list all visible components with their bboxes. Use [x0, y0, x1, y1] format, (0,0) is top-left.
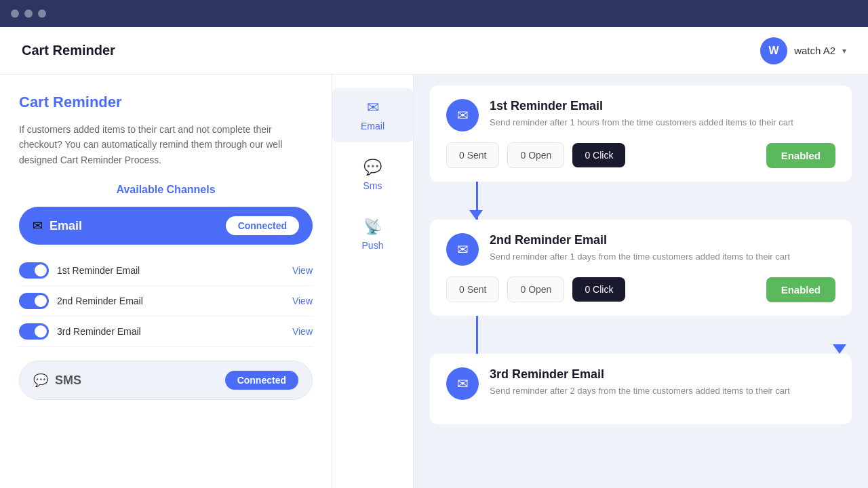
reminder-2-view[interactable]: View: [292, 296, 313, 306]
reminder-card-1-stats: 0 Sent 0 Open 0 Click Enabled: [446, 142, 835, 168]
email-connected-badge: Connected: [226, 216, 299, 235]
reminder-card-2-status[interactable]: Enabled: [766, 277, 835, 302]
titlebar-dot-3: [38, 9, 46, 18]
avatar: W: [760, 37, 787, 64]
reminder-3-view[interactable]: View: [292, 326, 313, 337]
reminder-card-1-sent: 0 Sent: [446, 142, 499, 168]
channel-nav-email[interactable]: ✉ Email: [332, 88, 413, 142]
email-channel-left: ✉ Email: [33, 218, 82, 233]
sms-channel-left: 💬 SMS: [33, 373, 81, 388]
reminder-item-3: 3rd Reminder Email View: [19, 317, 313, 347]
app-title: Cart Reminder: [22, 43, 115, 58]
reminder-card-3-icon: ✉: [446, 367, 479, 400]
reminder-2-toggle[interactable]: [19, 293, 49, 309]
reminder-card-1-click: 0 Click: [572, 143, 625, 167]
connector-2-line: [476, 316, 478, 354]
connector-2: [430, 316, 852, 354]
reminder-card-1: ✉ 1st Reminder Email Send reminder after…: [430, 85, 852, 182]
sms-channel-name: SMS: [55, 373, 81, 388]
left-panel-description: If customers added items to their cart a…: [19, 122, 313, 167]
chevron-down-icon: ▾: [842, 46, 846, 56]
reminder-1-toggle[interactable]: [19, 262, 49, 279]
reminder-item-2: 2nd Reminder Email View: [19, 286, 313, 317]
push-nav-icon: 📡: [363, 218, 382, 236]
titlebar: [0, 0, 868, 27]
reminder-card-3-desc: Send reminder after 2 days from the time…: [490, 384, 790, 398]
reminder-2-label: 2nd Reminder Email: [57, 296, 143, 306]
reminder-card-1-status[interactable]: Enabled: [766, 143, 835, 168]
reminder-1-view[interactable]: View: [292, 265, 313, 276]
sms-channel-card[interactable]: 💬 SMS Connected: [19, 361, 313, 400]
sms-nav-icon: 💬: [363, 159, 382, 176]
reminder-card-1-desc: Send reminder after 1 hours from the tim…: [490, 116, 793, 129]
reminder-item-1: 1st Reminder Email View: [19, 256, 313, 286]
reminder-card-2-desc: Send reminder after 1 days from the time…: [490, 250, 790, 264]
sms-connected-badge: Connected: [225, 371, 298, 390]
reminder-card-3: ✉ 3rd Reminder Email Send reminder after…: [430, 354, 852, 424]
email-nav-label: Email: [361, 121, 384, 131]
reminder-card-1-icon: ✉: [446, 99, 479, 131]
main-content: Cart Reminder If customers added items t…: [0, 75, 868, 488]
sms-channel-icon: 💬: [33, 373, 48, 388]
reminder-card-3-title: 3rd Reminder Email: [490, 367, 790, 382]
reminder-card-1-title: 1st Reminder Email: [490, 99, 793, 113]
reminder-card-2-click: 0 Click: [572, 277, 625, 302]
top-bar: Cart Reminder W watch A2 ▾: [0, 27, 868, 75]
available-channels-label: Available Channels: [19, 184, 313, 196]
push-nav-label: Push: [362, 240, 384, 251]
reminder-card-2-icon: ✉: [446, 233, 479, 266]
connector-1: [430, 182, 852, 220]
reminder-1-label: 1st Reminder Email: [57, 265, 140, 276]
user-menu[interactable]: W watch A2 ▾: [760, 37, 846, 64]
channel-nav-push[interactable]: 📡 Push: [332, 207, 413, 262]
email-channel-card[interactable]: ✉ Email Connected: [19, 207, 313, 245]
email-channel-icon: ✉: [33, 218, 43, 233]
app-container: Cart Reminder W watch A2 ▾ Cart Reminder…: [0, 27, 868, 488]
channel-nav: ✉ Email 💬 Sms 📡 Push: [332, 75, 414, 488]
reminder-list: 1st Reminder Email View 2nd Reminder Ema…: [19, 256, 313, 347]
left-panel: Cart Reminder If customers added items t…: [0, 75, 332, 488]
channel-nav-sms[interactable]: 💬 Sms: [332, 148, 413, 202]
connector-1-arrow: [469, 210, 483, 220]
reminder-card-2: ✉ 2nd Reminder Email Send reminder after…: [430, 220, 852, 316]
email-nav-icon: ✉: [367, 99, 379, 117]
reminder-card-2-title: 2nd Reminder Email: [490, 233, 790, 247]
titlebar-dot-1: [11, 9, 19, 18]
right-panel: ✉ 1st Reminder Email Send reminder after…: [414, 75, 868, 488]
sms-nav-label: Sms: [363, 180, 382, 191]
reminder-card-2-sent: 0 Sent: [446, 277, 499, 302]
reminder-3-toggle[interactable]: [19, 323, 49, 340]
titlebar-dot-2: [24, 9, 33, 18]
reminder-card-2-open: 0 Open: [507, 277, 564, 302]
left-panel-title: Cart Reminder: [19, 94, 313, 111]
email-channel-name: Email: [50, 219, 82, 233]
connector-2-arrow: [833, 344, 846, 354]
reminder-3-label: 3rd Reminder Email: [57, 326, 141, 337]
reminder-card-1-open: 0 Open: [507, 142, 564, 168]
reminder-card-2-stats: 0 Sent 0 Open 0 Click Enabled: [446, 277, 835, 302]
user-name: watch A2: [794, 45, 835, 56]
